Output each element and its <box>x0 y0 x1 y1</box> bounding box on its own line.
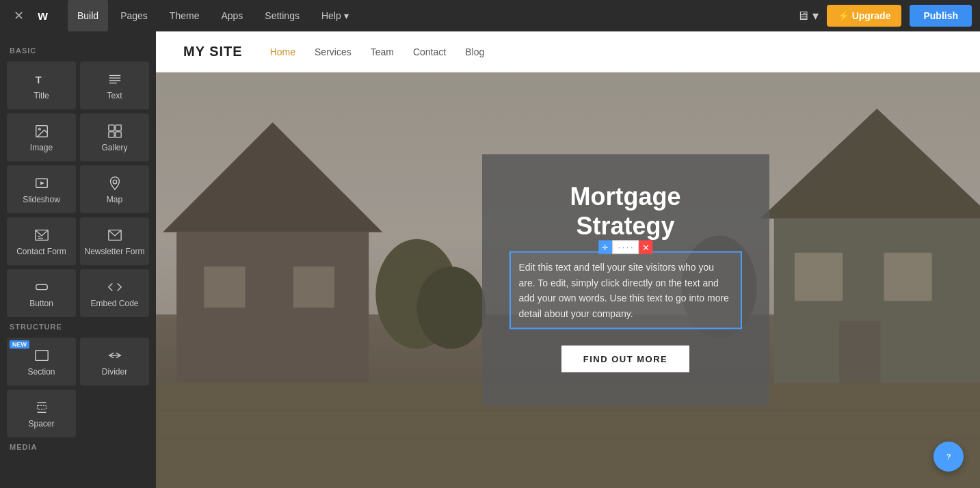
close-button[interactable]: ✕ <box>8 5 29 26</box>
sidebar-item-button[interactable]: Button <box>7 269 76 317</box>
svg-rect-11 <box>115 132 120 137</box>
svg-point-7 <box>38 128 40 130</box>
nav-services[interactable]: Services <box>315 46 352 57</box>
main-layout: BASIC T Title Text <box>0 31 980 488</box>
sidebar-item-image[interactable]: Image <box>7 113 76 161</box>
site-title: MY SITE <box>183 44 243 59</box>
text-block-move-handle[interactable]: ✛ <box>598 241 612 254</box>
sidebar-item-spacer[interactable]: Spacer <box>7 390 76 437</box>
sidebar-item-slideshow[interactable]: Slideshow <box>7 165 76 213</box>
new-badge: NEW <box>10 340 29 349</box>
sidebar-item-section[interactable]: NEW Section <box>7 338 76 385</box>
sidebar-item-divider[interactable]: Divider <box>80 338 149 385</box>
nav-blog[interactable]: Blog <box>465 46 484 57</box>
sidebar-item-contact-form[interactable]: Contact Form <box>7 217 76 265</box>
svg-rect-9 <box>115 125 120 131</box>
sidebar-item-map[interactable]: Map <box>80 165 149 213</box>
help-fab[interactable]: ? <box>933 442 964 472</box>
publish-button[interactable]: Publish <box>910 5 972 27</box>
cta-button[interactable]: FIND OUT MORE <box>561 345 690 372</box>
sidebar: BASIC T Title Text <box>0 31 156 488</box>
text-block-options[interactable]: · · · · <box>612 241 639 254</box>
sidebar-item-text[interactable]: Text <box>80 62 149 109</box>
svg-rect-10 <box>108 132 114 137</box>
basic-items-grid: T Title Text Image <box>7 62 149 317</box>
site-nav: Home Services Team Contact Blog <box>270 46 485 57</box>
hero-title: MortgageStrategy <box>570 182 681 241</box>
text-block-toolbar: ✛ · · · · ✕ <box>598 241 652 254</box>
text-block-content[interactable]: Edit this text and tell your site visito… <box>511 253 741 328</box>
nav-help[interactable]: Help ▾ <box>312 0 358 31</box>
svg-point-14 <box>113 180 117 184</box>
site-header: MY SITE Home Services Team Contact Blog <box>156 31 980 72</box>
sidebar-item-gallery[interactable]: Gallery <box>80 113 149 161</box>
svg-rect-19 <box>36 284 47 289</box>
structure-section-label: STRUCTURE <box>10 323 146 331</box>
sidebar-item-newsletter-form[interactable]: Newsletter Form <box>80 217 149 265</box>
sidebar-item-title[interactable]: T Title <box>7 62 76 109</box>
nav-build[interactable]: Build <box>68 0 108 31</box>
svg-text:T: T <box>35 74 41 85</box>
logo: w <box>38 5 59 27</box>
nav-team[interactable]: Team <box>371 46 394 57</box>
hero-card: MortgageStrategy ✛ · · · · ✕ Edit this t… <box>482 154 769 407</box>
svg-text:w: w <box>38 8 48 23</box>
svg-rect-22 <box>37 405 46 409</box>
media-section-label: MEDIA <box>10 443 146 451</box>
text-block[interactable]: ✛ · · · · ✕ Edit this text and tell your… <box>509 252 742 329</box>
nav-pages[interactable]: Pages <box>111 0 157 31</box>
structure-items-grid: NEW Section Divider <box>7 338 149 437</box>
nav-theme[interactable]: Theme <box>160 0 209 31</box>
nav-contact[interactable]: Contact <box>413 46 446 57</box>
nav-home[interactable]: Home <box>270 46 295 57</box>
upgrade-button[interactable]: ⚡ Upgrade <box>827 5 902 27</box>
svg-text:?: ? <box>946 452 951 461</box>
basic-section-label: BASIC <box>10 46 146 55</box>
sidebar-item-embed-code[interactable]: Embed Code <box>80 269 149 317</box>
hero-section: MortgageStrategy ✛ · · · · ✕ Edit this t… <box>156 72 980 488</box>
nav-settings[interactable]: Settings <box>255 0 309 31</box>
svg-rect-20 <box>35 351 47 361</box>
device-toggle-button[interactable]: 🖥 ▾ <box>791 5 824 26</box>
canvas: MY SITE Home Services Team Contact Blog <box>156 31 980 488</box>
svg-rect-8 <box>108 125 114 131</box>
top-bar: ✕ w Build Pages Theme Apps Settings Help… <box>0 0 980 31</box>
nav-apps[interactable]: Apps <box>211 0 252 31</box>
text-block-close[interactable]: ✕ <box>639 241 652 254</box>
svg-marker-13 <box>40 181 44 185</box>
